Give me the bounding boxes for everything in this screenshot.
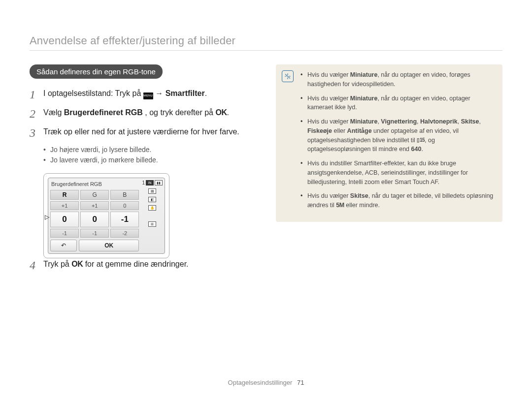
right-column: Hvis du vælger Miniature, når du optager… xyxy=(276,64,502,278)
step-4-text-b: for at gemme dine ændringer. xyxy=(85,260,189,268)
rgb-grid: R G B +1 +1 0 0 0 -1 -1 -1 xyxy=(50,190,139,238)
note-item: Hvis du vælger Miniature, Vignettering, … xyxy=(300,117,495,154)
note-bold: 640 xyxy=(411,146,422,153)
section-heading-pill: Sådan defineres din egen RGB-tone xyxy=(30,64,163,79)
step-2-text-a: Vælg xyxy=(43,108,64,117)
lcd-back-button[interactable]: ↶ xyxy=(50,240,77,251)
sub-bullet-list: Jo højere værdi, jo lysere billede. Jo l… xyxy=(30,145,261,165)
step-2: Vælg Brugerdefineret RGB , og tryk deref… xyxy=(30,107,261,119)
note-text: , xyxy=(417,118,420,125)
note-bold: Antitåge xyxy=(347,127,372,134)
note-bold: Fiskeøje xyxy=(307,127,332,134)
note-bold: Miniature xyxy=(350,95,378,102)
step-2-text-c: , og tryk derefter på xyxy=(145,108,215,117)
in-icon: IN xyxy=(146,180,154,185)
manual-page: Anvendelse af effekter/justering af bill… xyxy=(0,0,532,401)
note-bold: Miniature xyxy=(350,118,378,125)
sub-bullet-2: Jo lavere værdi, jo mørkere billede. xyxy=(43,155,261,165)
rgb-header-b: B xyxy=(110,190,139,200)
note-item: Hvis du vælger Skitse, når du tager et b… xyxy=(300,191,495,210)
note-box: Hvis du vælger Miniature, når du optager… xyxy=(276,64,502,222)
lcd-title: Brugerdefineret RGB xyxy=(51,181,102,187)
step-4: Tryk på OK for at gemme dine ændringer. xyxy=(30,258,261,271)
step-3: Træk op eller ned for at justere værdier… xyxy=(30,126,261,138)
ok-icon-2: OK xyxy=(71,258,83,271)
note-text: , xyxy=(458,118,461,125)
lcd-screen: Brugerdefineret RGB R G B +1 +1 0 0 0 xyxy=(48,178,165,254)
note-item: Hvis du indstiller Smartfilter-effekter,… xyxy=(300,159,495,186)
step-1: I optagelsestilstand: Tryk på MENU → Sma… xyxy=(30,88,261,100)
five-mp-icon: 5M xyxy=(336,201,344,210)
rgb-center-g: 0 xyxy=(80,212,109,227)
two-columns: Sådan defineres din egen RGB-tone I opta… xyxy=(30,64,502,278)
note-text: Hvis du vælger xyxy=(307,71,350,78)
note-text: eller xyxy=(332,127,347,134)
side-icon-3: ✋ xyxy=(148,205,156,211)
rgb-bottom-b: -2 xyxy=(110,229,139,238)
side-icon-4: ⊞ xyxy=(148,221,156,227)
step-list-cont: Tryk på OK for at gemme dine ændringer. xyxy=(30,258,261,271)
step-1-arrow: → xyxy=(155,89,165,97)
rgb-header-g: G xyxy=(80,190,109,200)
note-bold: Halvtoneprik xyxy=(420,118,458,125)
rgb-bottom-g: -1 xyxy=(80,229,109,238)
battery-icon: ▮▮ xyxy=(155,180,163,185)
ok-icon: OK xyxy=(215,107,227,119)
lcd-ok-button[interactable]: OK xyxy=(79,240,139,251)
note-text: , xyxy=(479,118,481,125)
step-1-text-a: I optagelsestilstand: Tryk på xyxy=(43,89,143,97)
rgb-center-r: 0 xyxy=(50,212,79,227)
fps-icon: ▯15 xyxy=(417,136,425,144)
note-item: Hvis du vælger Miniature, når du optager… xyxy=(300,94,495,113)
side-icon-1: ▤ xyxy=(148,188,156,194)
info-icon xyxy=(282,70,294,82)
sub-bullet-1: Jo højere værdi, jo lysere billede. xyxy=(43,145,261,155)
note-text: . xyxy=(421,146,423,153)
lcd-mockup: Brugerdefineret RGB R G B +1 +1 0 0 0 xyxy=(43,173,169,258)
menu-icon: MENU xyxy=(143,93,153,99)
note-bold: Skitse xyxy=(461,118,479,125)
step-1-dot: . xyxy=(205,89,207,97)
footer-section: Optagelsesindstillinger xyxy=(228,379,293,386)
note-text: eller mindre. xyxy=(344,202,380,209)
page-title: Anvendelse af effekter/justering af bill… xyxy=(30,34,502,51)
step-list: I optagelsestilstand: Tryk på MENU → Sma… xyxy=(30,88,261,138)
step-4-text-a: Tryk på xyxy=(43,260,71,268)
note-bold: Vignettering xyxy=(381,118,417,125)
step-2-dot: . xyxy=(227,108,229,117)
rgb-header-r: R xyxy=(50,190,79,200)
lcd-side-icons: 1 IN ▮▮ ▤ ◧ ✋ ⊞ xyxy=(142,180,163,251)
footer-page: 71 xyxy=(297,379,304,386)
note-text: Hvis du vælger xyxy=(307,192,350,199)
left-column: Sådan defineres din egen RGB-tone I opta… xyxy=(30,64,261,278)
rgb-top-r: +1 xyxy=(50,201,79,210)
note-text: Hvis du indstiller Smartfilter-effekter,… xyxy=(307,160,468,185)
side-icon-2: ◧ xyxy=(148,197,156,202)
note-text: Hvis du vælger xyxy=(307,95,350,102)
rgb-bottom-r: -1 xyxy=(50,229,79,238)
note-bold: Skitse xyxy=(350,192,368,199)
rgb-center-b: -1 xyxy=(110,212,139,227)
step-1-bold: Smartfilter xyxy=(166,89,205,97)
page-footer: Optagelsesindstillinger 71 xyxy=(0,379,532,386)
note-bold: Miniature xyxy=(350,71,378,78)
step-2-bold: Brugerdefineret RGB xyxy=(64,108,143,117)
note-list: Hvis du vælger Miniature, når du optager… xyxy=(300,70,495,210)
lcd-count: 1 xyxy=(142,180,145,185)
note-text: Hvis du vælger xyxy=(307,118,350,125)
note-item: Hvis du vælger Miniature, når du optager… xyxy=(300,70,495,89)
rgb-top-g: +1 xyxy=(80,201,109,210)
rgb-top-b: 0 xyxy=(110,201,139,210)
